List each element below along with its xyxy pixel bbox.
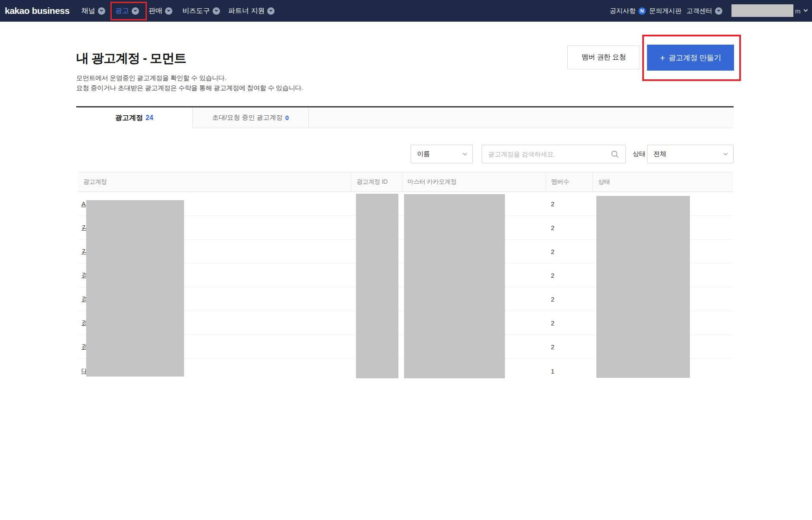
nav-item-ads[interactable]: 광고	[115, 0, 139, 22]
nav-item-channel-label: 채널	[81, 6, 95, 16]
page-description-line2: 요청 중이거나 초대받은 광고계정은 수락을 통해 광고계정에 참여할 수 있습…	[76, 83, 303, 93]
page-description: 모먼트에서 운영중인 광고계정을 확인할 수 있습니다. 요청 중이거나 초대받…	[76, 73, 303, 93]
member-count: 2	[546, 248, 592, 255]
tab-ad-accounts-count: 24	[146, 114, 153, 122]
account-search	[482, 145, 626, 163]
status-filter-label: 상태	[633, 145, 645, 163]
nav-item-inquiry-board-label: 문의게시판	[649, 7, 682, 15]
tab-ad-accounts[interactable]: 광고계정 24	[76, 107, 192, 128]
redacted-account-id-block	[356, 194, 398, 378]
nav-item-channel[interactable]: 채널	[81, 0, 105, 22]
tab-invited-requested-accounts[interactable]: 초대/요청 중인 광고계정 0	[192, 107, 309, 128]
member-count: 2	[546, 319, 592, 327]
chevron-down-icon	[724, 151, 728, 156]
kakao-business-logo[interactable]: kakao business	[5, 6, 69, 16]
chevron-down-icon	[165, 7, 172, 15]
top-nav: kakao business 채널 광고 판매 비즈도구 파트너 지원 공지사항…	[0, 0, 812, 22]
new-badge: N	[638, 7, 646, 15]
member-count: 2	[546, 296, 592, 303]
nav-item-notice-label: 공지사항	[610, 7, 636, 15]
account-suffix[interactable]: m	[795, 0, 801, 22]
member-count: 2	[546, 200, 592, 208]
chevron-down-icon	[213, 7, 220, 15]
search-field-dropdown[interactable]: 이름	[411, 145, 473, 163]
search-icon[interactable]	[611, 150, 619, 159]
page-description-line1: 모먼트에서 운영중인 광고계정을 확인할 수 있습니다.	[76, 73, 303, 83]
nav-item-sales-label: 판매	[149, 6, 162, 16]
nav-item-partner-support[interactable]: 파트너 지원	[228, 0, 275, 22]
column-header-master-kakao-account: 마스터 카카오계정	[402, 172, 546, 192]
redacted-account-names-block	[86, 200, 184, 377]
column-header-member-count: 멤버수	[546, 172, 592, 192]
tab-ad-accounts-label: 광고계정	[115, 114, 143, 123]
tab-bar: 광고계정 24 초대/요청 중인 광고계정 0	[76, 106, 734, 128]
chevron-down-icon[interactable]	[804, 8, 808, 12]
nav-item-biztools-label: 비즈도구	[182, 6, 210, 16]
member-count: 2	[546, 343, 592, 351]
chevron-down-icon	[98, 7, 105, 15]
column-header-account-id: 광고계정 ID	[351, 172, 402, 192]
chevron-down-icon	[715, 7, 722, 15]
nav-item-partner-support-label: 파트너 지원	[228, 6, 265, 16]
nav-item-help-center-label: 고객센터	[686, 7, 712, 15]
nav-item-inquiry-board[interactable]: 문의게시판	[649, 0, 682, 22]
status-filter-dropdown-value: 전체	[653, 150, 666, 158]
redacted-account-name	[731, 4, 793, 17]
chevron-down-icon	[267, 7, 275, 15]
plus-icon: +	[660, 53, 665, 62]
redacted-master-kakao-account-block	[404, 194, 505, 378]
member-count: 2	[546, 272, 592, 279]
search-input[interactable]	[482, 145, 611, 163]
nav-item-biztools[interactable]: 비즈도구	[182, 0, 220, 22]
member-permission-request-button[interactable]: 멤버 권한 요청	[567, 46, 640, 69]
chevron-down-icon	[463, 151, 467, 156]
page-title: 내 광고계정 - 모먼트	[76, 50, 186, 67]
redacted-status-block	[596, 196, 690, 378]
search-field-dropdown-value: 이름	[417, 150, 430, 158]
chevron-down-icon	[132, 7, 139, 15]
account-link[interactable]: A	[81, 200, 86, 208]
tab-bar-filler	[309, 107, 734, 128]
member-count: 1	[546, 367, 592, 375]
nav-item-ads-label: 광고	[115, 6, 129, 16]
create-ad-account-button-label: 광고계정 만들기	[669, 53, 721, 63]
tab-invited-requested-count: 0	[285, 114, 289, 121]
nav-item-help-center[interactable]: 고객센터	[686, 0, 722, 22]
member-count: 2	[546, 224, 592, 231]
column-header-account: 광고계정	[78, 172, 351, 192]
tab-invited-requested-label: 초대/요청 중인 광고계정	[212, 114, 283, 122]
nav-item-sales[interactable]: 판매	[149, 0, 172, 22]
create-ad-account-button[interactable]: + 광고계정 만들기	[647, 45, 734, 71]
table-header: 광고계정 광고계정 ID 마스터 카카오계정 멤버수 상태	[78, 172, 733, 192]
nav-item-notice[interactable]: 공지사항 N	[610, 0, 646, 22]
kakao-business-page: kakao business 채널 광고 판매 비즈도구 파트너 지원 공지사항…	[0, 0, 812, 520]
column-header-status: 상태	[592, 172, 733, 192]
status-filter-dropdown[interactable]: 전체	[647, 145, 734, 163]
